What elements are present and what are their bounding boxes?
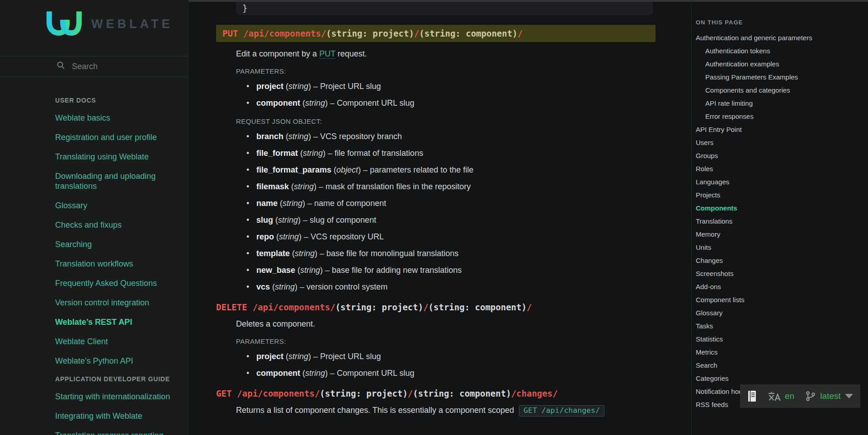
endpoint-heading-put-components[interactable]: PUT/api/components/(string: project)/(st… [216,25,656,42]
field-type: string [288,132,308,141]
toc-item[interactable]: Roles [696,164,868,173]
field-desc: – VCS repository URL [302,232,384,241]
field-desc: – file format of translations [326,149,423,158]
bullet-marker: • [246,148,256,159]
main-content: } PUT/api/components/(string: project)/(… [189,0,695,435]
toc-item[interactable]: Components [696,203,868,213]
endpoint-path-segment: (string: project) [326,28,414,38]
sidebar-item[interactable]: Translation workflows [55,259,183,269]
toc-item[interactable]: Error responses [696,112,868,121]
sidebar-nav: USER DOCSWeblate basicsRegistration and … [0,97,188,435]
field-term: project [256,82,283,91]
brand[interactable]: WEBLATE [42,9,188,39]
field-desc: – version control system [297,282,387,291]
sidebar-item[interactable]: Translation progress reporting [55,430,183,435]
flyout-language[interactable]: en [785,391,794,401]
bullet-marker: • [246,248,256,259]
sidebar-item[interactable]: Registration and user profile [55,132,183,142]
toc-item[interactable]: Screenshots [696,269,868,278]
sidebar-item[interactable]: Weblate’s REST API [55,317,183,327]
search-icon [57,61,66,72]
bullet-marker: • [246,198,256,209]
toc-item[interactable]: Glossary [696,308,868,318]
field-term: filemask [256,182,289,191]
toc-item[interactable]: Component lists [696,295,868,304]
toc-item[interactable]: Search [696,360,868,370]
field-desc: – Component URL slug [328,369,414,378]
flyout-version[interactable]: latest [820,391,840,401]
bullet-marker: • [246,98,256,108]
sidebar-item[interactable]: Glossary [55,201,183,210]
field-item: •vcs (string) – version control system [246,282,695,292]
toc-item[interactable]: Translations [696,216,868,226]
toc-item[interactable]: Projects [696,190,868,200]
sidebar-item[interactable]: Weblate’s Python API [55,356,183,366]
toc-item[interactable]: Authentication tokens [696,46,868,56]
toc-item[interactable]: Categories [696,374,868,383]
endpoint-heading-get-component-changes[interactable]: GET/api/components/(string: project)/(st… [216,388,695,399]
sidebar-item[interactable]: Checks and fixups [55,220,183,230]
toc-item[interactable]: Groups [696,151,868,160]
field-term: slug [256,215,273,225]
endpoint-desc-text: Deletes a component. [236,319,315,328]
http-method: DELETE [216,302,247,312]
sidebar-item[interactable]: Downloading and uploading translations [55,171,183,191]
version-flyout[interactable]: en latest [740,384,860,408]
toc-item[interactable]: Passing Parameters Examples [696,72,868,82]
toc-item[interactable]: Languages [696,177,868,187]
sidebar-section-caption: APPLICATION DEVELOPER GUIDE [55,375,183,383]
field-list: •project (string) – Project URL slug•com… [189,351,695,379]
field-item: •name (string) – name of component [246,198,695,209]
toc-item[interactable]: Add-ons [696,282,868,291]
toc-item[interactable]: Tasks [696,321,868,331]
sidebar-item[interactable]: Searching [55,239,183,249]
field-list-caption: REQUEST JSON OBJECT: [236,117,695,125]
toc-item[interactable]: Units [696,243,868,252]
toc-item[interactable]: Users [696,138,868,147]
field-type-open: ( [300,369,305,378]
field-desc: – VCS repository branch [311,132,402,141]
toc-item[interactable]: API rate limiting [696,98,868,108]
git-branch-icon [805,391,816,402]
endpoint-desc-text: Edit a component by a [236,49,319,58]
sidebar-item[interactable]: Translating using Weblate [55,152,183,162]
sidebar-section-list: Weblate basicsRegistration and user prof… [55,113,183,366]
endpoint-description: Edit a component by a PUT request. [236,48,695,59]
sidebar-item[interactable]: Integrating with Weblate [55,411,183,421]
field-item: •filemask (string) – mask of translation… [246,182,695,192]
toc-item[interactable]: Statistics [696,334,868,344]
field-type: string [305,98,325,108]
sidebar-item[interactable]: Starting with internationalization [55,392,183,402]
sidebar-item[interactable]: Weblate Client [55,337,183,346]
field-item: •file_format_params (object) – parameter… [246,165,695,175]
toc-item[interactable]: Authentication examples [696,59,868,69]
toc-item[interactable]: Authentication and generic parameters [696,33,868,42]
toc-item[interactable]: Metrics [696,347,868,357]
code-block-tail: } [236,2,653,15]
endpoint-path-segment: / [414,28,419,38]
sidebar-item[interactable]: Version control integration [55,298,183,308]
endpoint-path-segment: / [423,302,428,312]
toc-item[interactable]: Memory [696,229,868,239]
field-type: string [303,149,323,158]
code-tail-brace: } [242,3,247,13]
endpoint-heading-delete-components[interactable]: DELETE/api/components/(string: project)/… [216,301,695,313]
toc-item[interactable]: Components and categories [696,85,868,95]
field-item: •repo (string) – VCS repository URL [246,232,695,242]
field-desc: – slug of component [301,215,376,225]
bullet-marker: • [246,368,256,379]
field-item: •template (string) – base file for monol… [246,248,695,259]
sidebar-section: USER DOCSWeblate basicsRegistration and … [55,97,183,366]
field-type: string [283,199,302,208]
sidebar-item[interactable]: Frequently Asked Questions [55,278,183,288]
endpoint-desc-link[interactable]: PUT [319,49,335,59]
search-input[interactable]: Search [0,56,188,77]
chevron-down-icon[interactable] [845,394,853,398]
sidebar-item[interactable]: Weblate basics [55,113,183,123]
inline-code-link[interactable]: GET /api/changes/ [519,405,604,416]
sidebar-section-list: Starting with internationalizationIntegr… [55,392,183,435]
toc-item[interactable]: API Entry Point [696,125,868,134]
toc-item[interactable]: Changes [696,256,868,265]
translate-icon [768,391,781,402]
field-term: vcs [256,282,270,291]
